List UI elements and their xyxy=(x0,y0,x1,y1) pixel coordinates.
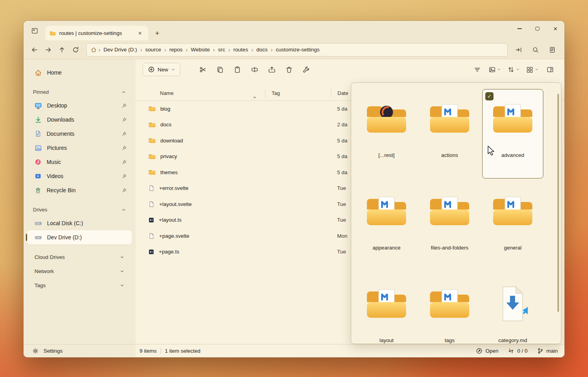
rename-button[interactable] xyxy=(247,63,262,76)
sort-options-button[interactable] xyxy=(505,63,522,76)
chevron-down-icon xyxy=(497,67,501,71)
maximize-icon xyxy=(535,27,539,31)
breadcrumb-item-routes[interactable]: routes xyxy=(231,46,250,54)
sidebar-item-local-disk-c[interactable]: Local Disk (C:) xyxy=(27,216,132,230)
delete-button[interactable] xyxy=(281,63,296,76)
sidebar-item-music[interactable]: Music xyxy=(27,155,132,169)
breadcrumb-chevron-icon: › xyxy=(227,47,231,53)
breadcrumb-bar[interactable]: ›Dev Drive (D:)›source›repos›Website›src… xyxy=(86,43,508,56)
folder-icon xyxy=(427,285,472,323)
maximize-button[interactable] xyxy=(528,21,546,36)
sidebar-section-network[interactable]: Network xyxy=(27,264,132,278)
search-button[interactable] xyxy=(528,43,542,56)
drive-icon xyxy=(34,234,42,241)
grid-item-actions[interactable]: actions xyxy=(419,89,480,178)
sidebar-item-label: Recycle Bin xyxy=(47,187,116,193)
sidebar-item-videos[interactable]: Videos xyxy=(27,169,132,183)
group-options-button[interactable] xyxy=(486,63,503,76)
column-label: Tag xyxy=(272,90,280,96)
breadcrumb-item-website[interactable]: Website xyxy=(189,46,212,54)
breadcrumb-item-dev-drive-d[interactable]: Dev Drive (D:) xyxy=(101,46,140,54)
layout-options-button[interactable] xyxy=(524,63,541,76)
grid-item-category-md[interactable]: category.md xyxy=(482,274,543,344)
breadcrumb-item-customize-settings[interactable]: customize-settings xyxy=(273,46,322,54)
breadcrumb-item-src[interactable]: src xyxy=(216,46,227,54)
git-sync-status[interactable]: 0 / 0 xyxy=(508,348,527,354)
grid-item-files-and-folders[interactable]: files-and-folders xyxy=(419,182,480,271)
folder-icon xyxy=(49,31,56,36)
new-tab-button[interactable]: + xyxy=(151,27,163,39)
breadcrumb-item-docs[interactable]: docs xyxy=(254,46,270,54)
sidebar-item-label: Home xyxy=(47,69,127,76)
breadcrumb-item-repos[interactable]: repos xyxy=(167,46,185,54)
sidebar-item-dev-drive-d[interactable]: Dev Drive (D:) xyxy=(27,230,132,244)
section-label: Network xyxy=(34,268,54,274)
sidebar-item-desktop[interactable]: Desktop xyxy=(27,98,132,113)
status-bar: 9 items 1 item selected Open 0 / 0 main xyxy=(136,344,564,357)
file-name: +layout.ts xyxy=(159,217,181,223)
breadcrumb-chevron-icon: › xyxy=(185,47,189,53)
command-palette-button[interactable] xyxy=(545,43,559,56)
copy-button[interactable] xyxy=(212,63,227,76)
footer: Settings 9 items 1 item selected Open 0 … xyxy=(24,344,564,357)
grid-item-advanced[interactable]: ✓advanced xyxy=(482,89,543,178)
folder-icon xyxy=(427,192,472,231)
breadcrumb-item-source[interactable]: source xyxy=(143,46,164,54)
folder-icon xyxy=(148,122,156,128)
pictures-icon xyxy=(34,144,42,152)
minimize-button[interactable] xyxy=(510,21,528,36)
column-header-t ag[interactable]: Tag xyxy=(265,89,331,97)
paste-button[interactable] xyxy=(230,63,245,76)
toolbar: New xyxy=(136,59,564,80)
file-name-cell: +error.svelte xyxy=(136,185,265,191)
folder-icon xyxy=(364,100,409,138)
grid-pane-scrollbar[interactable] xyxy=(557,94,559,312)
tab-overview-button[interactable] xyxy=(27,24,42,38)
sidebar-item-label: Desktop xyxy=(47,102,116,109)
address-go-button[interactable] xyxy=(512,43,525,56)
grid-item-appearance[interactable]: appearance xyxy=(356,182,417,271)
up-button[interactable] xyxy=(55,43,69,56)
minimize-icon xyxy=(517,28,522,29)
sidebar-section-drives[interactable]: Drives xyxy=(26,203,133,216)
close-button[interactable]: ✕ xyxy=(546,21,564,36)
sidebar-item-recycle-bin[interactable]: Recycle Bin xyxy=(27,183,132,197)
sidebar-section-tags[interactable]: Tags xyxy=(27,278,132,292)
sidebar-section-pinned[interactable]: Pinned xyxy=(26,85,133,98)
breadcrumb-chevron-icon: › xyxy=(212,47,216,53)
main-area: Home Pinned DesktopDownloadsDocumentsPic… xyxy=(24,59,564,344)
settings-button[interactable]: Settings xyxy=(24,344,136,357)
file-name-cell: +page.ts xyxy=(136,249,265,255)
grid-item-layout[interactable]: layout xyxy=(356,274,417,344)
forward-button[interactable] xyxy=(41,43,55,56)
open-button[interactable]: Open xyxy=(476,348,498,354)
sidebar-item-downloads[interactable]: Downloads xyxy=(27,113,132,127)
git-branch-status[interactable]: main xyxy=(537,348,558,354)
sidebar-item-pictures[interactable]: Pictures xyxy=(27,141,132,155)
sync-label: 0 / 0 xyxy=(517,348,527,354)
cut-button[interactable] xyxy=(195,63,210,76)
tab-close-icon[interactable]: ✕ xyxy=(136,29,144,38)
sidebar-item-home[interactable]: Home xyxy=(27,66,132,80)
selection-checkbox[interactable]: ✓ xyxy=(485,92,494,100)
grid-item-tags[interactable]: tags xyxy=(419,274,480,344)
grid-item-rest[interactable]: [...rest] xyxy=(356,89,417,178)
back-button[interactable] xyxy=(27,43,41,56)
tab[interactable]: routes | customize-settings ✕ xyxy=(45,26,148,40)
properties-button[interactable] xyxy=(299,63,314,76)
share-button[interactable] xyxy=(264,63,279,76)
sidebar-section-cloud-drives[interactable]: Cloud Drives xyxy=(27,250,132,264)
folder-icon xyxy=(490,192,535,231)
up-icon xyxy=(58,46,65,53)
preview-pane-button[interactable] xyxy=(543,63,557,76)
file-name-cell: privacy xyxy=(136,153,265,160)
sidebar-item-documents[interactable]: Documents xyxy=(27,127,132,141)
grid-item-general[interactable]: general xyxy=(482,182,543,271)
refresh-button[interactable] xyxy=(69,43,82,56)
column-header-name[interactable]: Name xyxy=(136,90,265,96)
new-button[interactable]: New xyxy=(143,63,180,76)
clipboard-icon xyxy=(234,66,241,73)
chevron-down-icon xyxy=(120,283,125,288)
filter-button[interactable] xyxy=(470,63,485,76)
file-name-cell: +layout.svelte xyxy=(136,201,265,208)
